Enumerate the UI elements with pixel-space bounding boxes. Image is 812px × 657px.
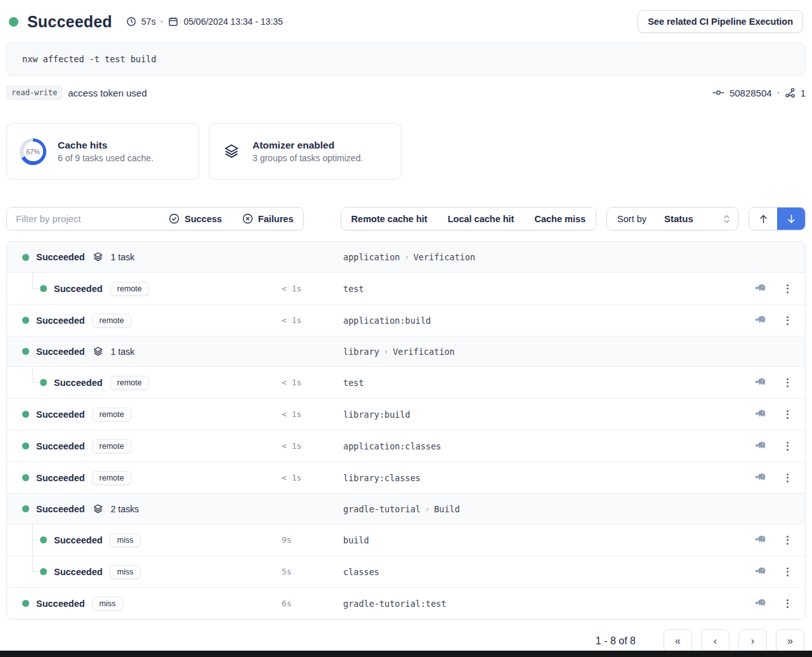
- sort-direction-group: [749, 207, 806, 230]
- cache-filter-group: Remote cache hit Local cache hit Cache m…: [341, 207, 596, 230]
- pagination-prev-button[interactable]: ‹: [701, 629, 730, 653]
- task-row[interactable]: Succeeded remote < 1s library:classes: [7, 461, 805, 493]
- cache-status-badge: remote: [110, 282, 150, 296]
- task-group-row[interactable]: Succeeded 1 task application›Verificatio…: [7, 242, 805, 272]
- kebab-menu-icon[interactable]: [784, 598, 791, 609]
- pagination-next-button[interactable]: ›: [738, 629, 767, 653]
- tree-connector: [32, 524, 41, 540]
- filter-failures-label: Failures: [258, 214, 294, 224]
- arrow-up-icon: [759, 214, 768, 224]
- chevron-right-icon: ›: [404, 253, 409, 262]
- gradle-elephant-icon[interactable]: [753, 315, 767, 325]
- related-pipeline-button[interactable]: See related CI Pipeline Execution: [638, 10, 803, 33]
- run-meta: 57s 05/06/2024 13:34 - 13:35: [126, 17, 283, 27]
- calendar-icon: [168, 17, 178, 27]
- kebab-menu-icon[interactable]: [784, 315, 791, 326]
- git-commit-icon: [712, 88, 724, 97]
- sort-ascending-button[interactable]: [749, 208, 777, 230]
- task-row[interactable]: Succeeded miss 6s gradle-tutorial:test: [7, 587, 805, 619]
- task-duration: < 1s: [282, 473, 343, 482]
- task-duration: 9s: [282, 535, 343, 545]
- task-row[interactable]: Succeeded remote < 1s test: [7, 366, 805, 398]
- task-row[interactable]: Succeeded remote < 1s application:classe…: [7, 430, 805, 461]
- status-dot: [22, 600, 29, 607]
- page-title: Succeeded: [27, 13, 112, 31]
- gradle-elephant-icon[interactable]: [753, 473, 767, 482]
- row-status-label: Succeeded: [36, 599, 85, 609]
- layers-icon: [92, 346, 104, 357]
- summary-cards: 67% Cache hits 6 of 9 tasks used cache. …: [6, 123, 806, 180]
- filter-cache-miss-button[interactable]: Cache miss: [524, 208, 596, 230]
- status-dot: [22, 442, 29, 449]
- gradle-elephant-icon[interactable]: [753, 378, 767, 387]
- cache-hit-ring: 67%: [20, 138, 46, 165]
- run-details-page: Succeeded 57s 05/06/2024 13:34 - 13:35 S…: [0, 0, 812, 653]
- chevron-right-icon: ›: [425, 505, 429, 514]
- sort-descending-button[interactable]: [777, 208, 805, 230]
- task-duration: 5s: [282, 567, 343, 576]
- task-row[interactable]: Succeeded remote < 1s application:build: [7, 304, 805, 336]
- task-name: gradle-tutorial:test: [343, 599, 734, 609]
- layers-icon: [92, 251, 104, 263]
- pagination-last-button[interactable]: »: [776, 629, 804, 653]
- token-row: read-write access token used 50828504 1: [6, 84, 806, 101]
- filter-bar: Success Failures Remote cache hit Local …: [6, 207, 806, 230]
- gradle-elephant-icon[interactable]: [753, 535, 767, 545]
- filter-project-input[interactable]: [7, 208, 159, 230]
- filter-success-button[interactable]: Success: [159, 208, 232, 230]
- kebab-menu-icon[interactable]: [784, 441, 791, 452]
- branch-count[interactable]: 1: [801, 88, 806, 98]
- group-path: gradle-tutorial›Build: [343, 504, 734, 514]
- row-status-label: Succeeded: [36, 315, 85, 326]
- sort-select[interactable]: Status: [657, 208, 738, 230]
- task-name: classes: [343, 567, 734, 577]
- task-group-row[interactable]: Succeeded 1 task library›Verification: [7, 336, 805, 366]
- x-circle-icon: [242, 213, 253, 224]
- task-name: application:classes: [343, 441, 734, 451]
- gradle-elephant-icon[interactable]: [753, 441, 767, 451]
- cache-status-badge: miss: [92, 597, 124, 611]
- task-duration: 6s: [282, 599, 343, 608]
- chevron-up-down-icon: [723, 215, 730, 223]
- access-token-badge: read-write: [6, 86, 62, 100]
- cache-status-badge: remote: [92, 408, 132, 421]
- status-dot: [22, 254, 29, 261]
- kebab-menu-icon[interactable]: [784, 283, 791, 295]
- task-duration: < 1s: [282, 409, 343, 419]
- gradle-elephant-icon[interactable]: [753, 284, 767, 293]
- check-circle-icon: [169, 213, 180, 224]
- row-status-label: Succeeded: [36, 252, 85, 262]
- separator-dot: [777, 91, 780, 94]
- layers-icon: [222, 143, 241, 161]
- task-row[interactable]: Succeeded remote < 1s test: [7, 272, 805, 304]
- task-name: build: [343, 535, 734, 545]
- commit-id[interactable]: 50828504: [730, 88, 772, 98]
- task-row[interactable]: Succeeded remote < 1s library:build: [7, 398, 805, 430]
- task-name: library:classes: [343, 473, 734, 483]
- gradle-elephant-icon[interactable]: [753, 567, 767, 576]
- row-status-label: Succeeded: [54, 535, 103, 545]
- gradle-elephant-icon[interactable]: [753, 409, 767, 419]
- kebab-menu-icon[interactable]: [784, 409, 791, 420]
- run-date-range: 05/06/2024 13:34 - 13:35: [183, 17, 282, 27]
- row-status-label: Succeeded: [36, 504, 85, 514]
- kebab-menu-icon[interactable]: [784, 566, 791, 578]
- filter-success-label: Success: [185, 214, 222, 224]
- gradle-elephant-icon[interactable]: [753, 599, 767, 608]
- tree-connector: [32, 556, 41, 572]
- filter-failures-button[interactable]: Failures: [232, 208, 304, 230]
- kebab-menu-icon[interactable]: [784, 534, 791, 546]
- filter-local-cache-hit-button[interactable]: Local cache hit: [438, 208, 525, 230]
- kebab-menu-icon[interactable]: [784, 472, 791, 484]
- task-row[interactable]: Succeeded miss 5s classes: [7, 555, 805, 587]
- row-status-label: Succeeded: [36, 473, 85, 483]
- status-dot: [40, 285, 47, 292]
- pagination-first-button[interactable]: «: [664, 629, 692, 653]
- filter-remote-cache-hit-button[interactable]: Remote cache hit: [341, 208, 438, 230]
- atomizer-title: Atomizer enabled: [252, 140, 363, 151]
- task-row[interactable]: Succeeded miss 9s build: [7, 524, 805, 555]
- status-dot: [22, 505, 29, 512]
- kebab-menu-icon[interactable]: [784, 377, 791, 388]
- task-group-row[interactable]: Succeeded 2 tasks gradle-tutorial›Build: [7, 493, 805, 524]
- cache-status-badge: miss: [110, 533, 141, 547]
